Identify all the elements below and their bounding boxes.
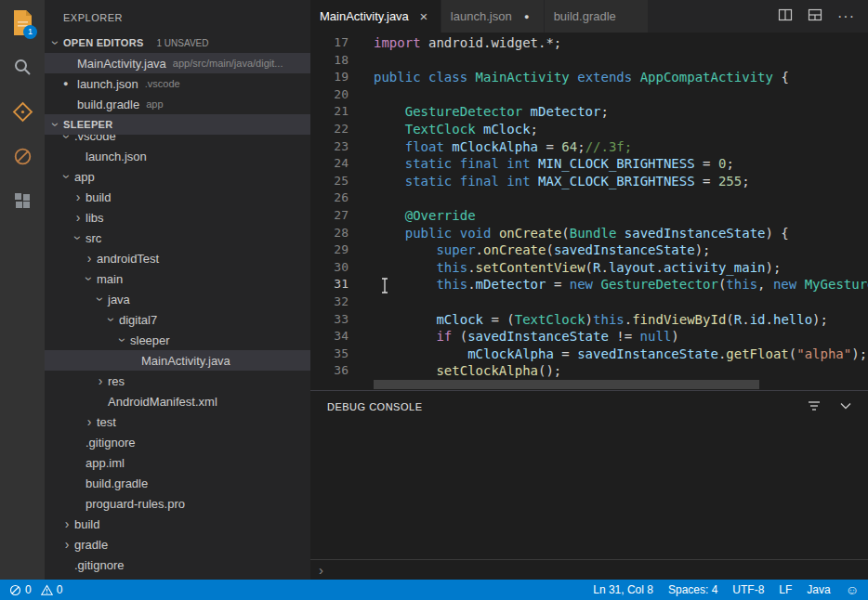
code-line-17[interactable]: 17import android.widget.*;: [310, 34, 868, 52]
tree-item-src[interactable]: ›src: [45, 228, 310, 248]
tree-item-java[interactable]: ›java: [45, 289, 310, 309]
editor[interactable]: 17import android.widget.*;1819public cla…: [310, 33, 868, 390]
code-line-33[interactable]: 33 mClock = (TextClock)this.findViewById…: [310, 311, 868, 329]
code-line-31[interactable]: 31 this.mDetector = new GestureDetector(…: [310, 276, 868, 293]
tree-item-mainactivity-java[interactable]: MainActivity.java: [45, 350, 310, 371]
chevron-icon[interactable]: ›: [59, 135, 74, 144]
code-line-28[interactable]: 28 public void onCreate(Bundle savedInst…: [310, 225, 868, 242]
code-line-36[interactable]: 36 setClockAlpha();: [310, 362, 868, 380]
split-editor-icon[interactable]: [778, 7, 793, 26]
tree-item-gitignore[interactable]: .gitignore: [45, 554, 310, 575]
chevron-down-icon[interactable]: [838, 398, 853, 417]
feedback-smiley-icon[interactable]: ☺: [846, 582, 859, 597]
encoding-setting[interactable]: UTF-8: [732, 583, 764, 596]
code-line-21[interactable]: 21 GestureDetector mDetector;: [310, 103, 868, 121]
code-line-18[interactable]: 18: [310, 52, 868, 70]
line-number[interactable]: 20: [310, 86, 349, 104]
indentation-setting[interactable]: Spaces: 4: [668, 583, 717, 596]
line-number[interactable]: 32: [310, 293, 349, 311]
open-editor-mainactivity-java[interactable]: MainActivity.javaapp/src/main/java/digit…: [45, 53, 310, 73]
code-line-29[interactable]: 29 super.onCreate(savedInstanceState);: [310, 241, 868, 259]
tree-item-proguard-rules-pro[interactable]: proguard-rules.pro: [45, 493, 310, 514]
language-mode[interactable]: Java: [807, 583, 830, 596]
open-editor-launch-json[interactable]: ●launch.json.vscode: [45, 73, 310, 94]
tree-item-vscode[interactable]: ›.vscode: [45, 135, 310, 146]
modified-dot-icon[interactable]: ●: [519, 12, 534, 21]
workspace-root-header[interactable]: › SLEEPER: [45, 114, 310, 135]
code-line-30[interactable]: 30 this.setContentView(R.layout.activity…: [310, 259, 868, 277]
line-number[interactable]: 27: [310, 207, 349, 225]
source-control-icon[interactable]: [0, 89, 45, 134]
problems-warnings[interactable]: 0: [41, 583, 63, 596]
more-actions-icon[interactable]: ···: [837, 12, 855, 21]
chevron-icon[interactable]: ›: [71, 189, 85, 204]
code-line-34[interactable]: 34 if (savedInstanceState != null): [310, 328, 868, 346]
chevron-icon[interactable]: ›: [59, 537, 74, 552]
tab-mainactivity-java[interactable]: MainActivity.java×: [310, 0, 441, 33]
line-number[interactable]: 33: [310, 311, 349, 329]
cursor-position[interactable]: Ln 31, Col 8: [593, 583, 653, 596]
code-line-32[interactable]: 32: [310, 293, 868, 311]
explorer-files-icon[interactable]: 1: [0, 0, 45, 45]
console-input[interactable]: ›: [310, 559, 868, 580]
code-line-22[interactable]: 22 TextClock mClock;: [310, 121, 868, 138]
close-icon[interactable]: ×: [416, 8, 431, 24]
horizontal-scrollbar[interactable]: [374, 380, 759, 389]
chevron-icon[interactable]: ›: [115, 333, 130, 347]
tree-item-digital7[interactable]: ›digital7: [45, 309, 310, 330]
line-number[interactable]: 24: [310, 155, 349, 173]
code-line-24[interactable]: 24 static final int MIN_CLOCK_BRIGHTNESS…: [310, 155, 868, 173]
line-number[interactable]: 22: [310, 121, 349, 138]
open-editor-build-gradle[interactable]: build.gradleapp: [45, 94, 310, 114]
tree-item-test[interactable]: ›test: [45, 411, 310, 432]
code-line-19[interactable]: 19public class MainActivity extends AppC…: [310, 69, 868, 86]
problems-errors[interactable]: 0: [9, 583, 32, 596]
line-number[interactable]: 18: [310, 52, 349, 70]
line-number[interactable]: 26: [310, 189, 349, 207]
line-number[interactable]: 25: [310, 173, 349, 190]
line-number[interactable]: 29: [310, 241, 349, 259]
extensions-icon[interactable]: [0, 178, 45, 223]
line-number[interactable]: 30: [310, 259, 349, 277]
open-editors-header[interactable]: › OPEN EDITORS 1 UNSAVED: [45, 33, 310, 53]
tab-launch-json[interactable]: launch.json●: [441, 0, 545, 33]
line-number[interactable]: 19: [310, 69, 349, 86]
code-line-27[interactable]: 27 @Override: [310, 207, 868, 225]
search-icon[interactable]: [0, 45, 45, 89]
code-line-35[interactable]: 35 mClockAlpha = savedInstanceState.getF…: [310, 346, 868, 363]
filter-icon[interactable]: [807, 398, 822, 417]
tree-item-launch-json[interactable]: launch.json: [45, 146, 310, 166]
tab-build-gradle[interactable]: build.gradle×: [545, 0, 649, 33]
tree-item-libs[interactable]: ›libs: [45, 207, 310, 228]
tree-item-build[interactable]: ›build: [45, 514, 310, 534]
chevron-icon[interactable]: ›: [93, 373, 108, 388]
tree-item-main[interactable]: ›main: [45, 268, 310, 289]
line-number[interactable]: 23: [310, 138, 349, 156]
tree-item-app[interactable]: ›app: [45, 166, 310, 187]
tree-item-build[interactable]: ›build: [45, 187, 310, 207]
tree-item-sleeper[interactable]: ›sleeper: [45, 330, 310, 350]
chevron-icon[interactable]: ›: [71, 210, 85, 225]
line-number[interactable]: 17: [310, 34, 349, 52]
line-number[interactable]: 31: [310, 276, 349, 293]
line-number[interactable]: 36: [310, 362, 349, 380]
chevron-icon[interactable]: ›: [104, 312, 119, 327]
tree-item-res[interactable]: ›res: [45, 371, 310, 391]
chevron-icon[interactable]: ›: [59, 516, 74, 531]
tree-item-gradle[interactable]: ›gradle: [45, 534, 310, 554]
line-number[interactable]: 28: [310, 225, 349, 242]
line-number[interactable]: 34: [310, 328, 349, 346]
chevron-icon[interactable]: ›: [82, 414, 97, 429]
code-line-23[interactable]: 23 float mClockAlpha = 64;//.3f;: [310, 138, 868, 156]
tree-item-app-iml[interactable]: app.iml: [45, 452, 310, 473]
chevron-icon[interactable]: ›: [82, 251, 97, 266]
line-number[interactable]: 21: [310, 103, 349, 121]
debug-icon[interactable]: [0, 134, 45, 178]
panel-tab-debug-console[interactable]: DEBUG CONSOLE: [327, 401, 422, 413]
chevron-icon[interactable]: ›: [82, 271, 97, 286]
chevron-icon[interactable]: ›: [93, 292, 108, 307]
line-number[interactable]: 35: [310, 346, 349, 363]
tree-item-androidmanifest-xml[interactable]: AndroidManifest.xml: [45, 391, 310, 411]
tree-item-gitignore[interactable]: .gitignore: [45, 432, 310, 452]
code-line-26[interactable]: 26: [310, 189, 868, 207]
